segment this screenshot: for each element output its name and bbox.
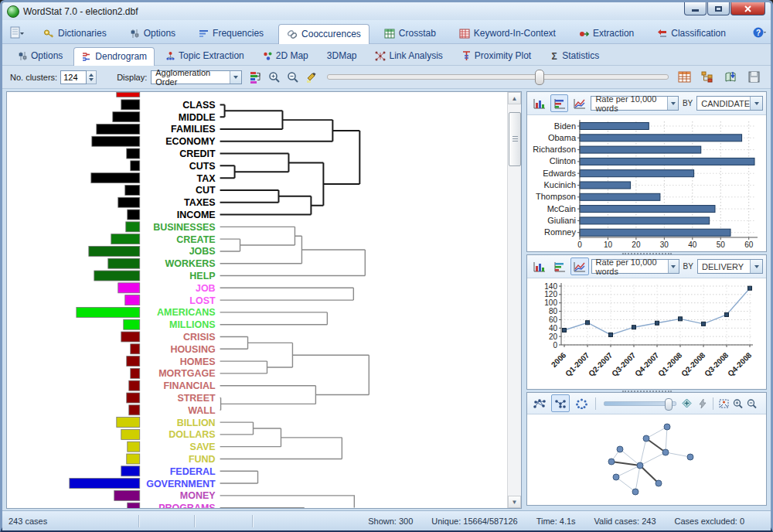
- subtab-options[interactable]: Options: [10, 46, 70, 65]
- vertical-scrollbar[interactable]: ▲ ▼: [507, 92, 521, 508]
- scroll-thumb[interactable]: [509, 112, 521, 166]
- data-point[interactable]: [656, 321, 659, 325]
- bar[interactable]: [580, 193, 660, 200]
- data-point[interactable]: [609, 332, 613, 336]
- filter-lightning-icon[interactable]: [697, 398, 708, 409]
- network-node[interactable]: [637, 462, 643, 469]
- bar[interactable]: [580, 229, 730, 236]
- bar[interactable]: [580, 123, 649, 130]
- tab-cooccurences[interactable]: Cooccurences: [278, 24, 369, 44]
- highlight-tool-button[interactable]: [302, 68, 321, 86]
- line-chart-button[interactable]: [570, 94, 588, 112]
- slider-thumb[interactable]: [535, 70, 544, 85]
- zoom-out-button[interactable]: [284, 68, 302, 86]
- dendrogram-word[interactable]: JOB: [196, 283, 216, 294]
- dendrogram-word[interactable]: FEDERAL: [170, 466, 216, 477]
- dendrogram-word[interactable]: FAMILIES: [171, 124, 215, 135]
- hbar-chart-button[interactable]: [550, 257, 568, 275]
- maximize-button[interactable]: [707, 2, 730, 15]
- dendrogram-word[interactable]: MIDDLE: [179, 112, 216, 123]
- subtab-link-analysis[interactable]: Link Analysis: [367, 46, 450, 65]
- scroll-up-icon[interactable]: ▲: [508, 92, 521, 104]
- dendrogram-word[interactable]: CREDIT: [179, 148, 216, 159]
- dendrogram-word[interactable]: MONEY: [180, 490, 216, 501]
- dendrogram-word[interactable]: STREET: [177, 393, 216, 404]
- subtab-topic-extraction[interactable]: Topic Extraction: [158, 46, 252, 65]
- tab-classification[interactable]: Classification: [649, 23, 734, 43]
- data-point[interactable]: [679, 317, 683, 321]
- display-combobox[interactable]: Agglomeration Order: [151, 70, 242, 84]
- dendrogram-word[interactable]: FUND: [189, 454, 216, 465]
- zoom-in-button[interactable]: [265, 68, 284, 86]
- network-layout2-button[interactable]: [551, 394, 570, 412]
- network-node[interactable]: [617, 446, 623, 452]
- color-dendrogram-button[interactable]: [247, 68, 265, 86]
- network-layout1-button[interactable]: [530, 394, 549, 412]
- dendrogram-word[interactable]: INCOME: [177, 210, 216, 220]
- dendrogram-word[interactable]: HELP: [189, 271, 215, 281]
- bar[interactable]: [580, 217, 710, 224]
- column-chart-button[interactable]: [530, 94, 548, 112]
- network-node[interactable]: [662, 449, 669, 455]
- zoom-in-icon[interactable]: [732, 398, 744, 409]
- bar[interactable]: [580, 135, 742, 142]
- dendrogram-word[interactable]: BILLION: [177, 418, 216, 428]
- dendrogram-word[interactable]: HOMES: [180, 356, 216, 367]
- tab-crosstab[interactable]: Crosstab: [376, 23, 444, 43]
- candidate-group-combobox[interactable]: CANDIDATE: [696, 96, 763, 111]
- export-button[interactable]: [721, 68, 740, 86]
- dendrogram-word[interactable]: MORTGAGE: [158, 368, 215, 379]
- expand-plus-icon[interactable]: [682, 398, 692, 408]
- dendrogram-word[interactable]: TAX: [197, 173, 216, 184]
- dendrogram-word[interactable]: TAXES: [184, 197, 216, 208]
- slider-thumb[interactable]: [665, 398, 673, 411]
- network-node[interactable]: [632, 489, 638, 495]
- dendrogram-word[interactable]: SAVE: [190, 442, 216, 452]
- data-point[interactable]: [702, 322, 706, 326]
- subtab-proximity-plot[interactable]: Proximity Plot: [454, 46, 539, 65]
- dendrogram-word[interactable]: DOLLARS: [169, 429, 215, 440]
- bar[interactable]: [580, 182, 631, 189]
- dendrogram-word[interactable]: WORKERS: [165, 258, 215, 269]
- network-node[interactable]: [608, 459, 615, 465]
- table-view-button[interactable]: [675, 68, 693, 86]
- data-point[interactable]: [586, 321, 590, 325]
- network-zoom-slider[interactable]: [604, 401, 676, 406]
- delivery-group-combobox[interactable]: DELIVERY: [697, 259, 763, 274]
- dendrogram-word[interactable]: GOVERNMENT: [146, 479, 216, 489]
- network-graph[interactable]: [527, 414, 766, 505]
- hierarchy-button[interactable]: [698, 68, 717, 86]
- column-chart-button[interactable]: [530, 257, 548, 275]
- subtab-3dmap[interactable]: 3DMap: [319, 46, 365, 65]
- dendrogram-word[interactable]: ECONOMY: [165, 136, 216, 147]
- subtab-2d-map[interactable]: 2D Map: [255, 46, 316, 65]
- delivery-measure-combobox[interactable]: Rate per 10,000 words: [591, 259, 679, 274]
- minimize-button[interactable]: [684, 2, 707, 15]
- file-menu-button[interactable]: [10, 26, 24, 40]
- help-icon[interactable]: ?: [753, 27, 766, 39]
- tab-options[interactable]: Options: [121, 23, 184, 43]
- dendrogram-word[interactable]: HOUSING: [170, 344, 215, 355]
- fit-view-icon[interactable]: [718, 398, 730, 409]
- network-node[interactable]: [687, 454, 693, 460]
- network-circle-layout-button[interactable]: [572, 394, 591, 412]
- candidate-measure-combobox[interactable]: Rate per 10,000 words: [591, 96, 679, 111]
- close-button[interactable]: [730, 2, 765, 15]
- dendrogram-word[interactable]: LOST: [189, 295, 216, 306]
- save-button[interactable]: [744, 68, 763, 86]
- dendrogram-word[interactable]: CLASS: [182, 100, 215, 111]
- network-node[interactable]: [656, 480, 662, 486]
- network-node[interactable]: [643, 435, 649, 442]
- tab-extraction[interactable]: Extraction: [570, 23, 642, 43]
- data-point[interactable]: [725, 312, 729, 316]
- clusters-stepper[interactable]: [87, 70, 97, 84]
- dendrogram-word[interactable]: MILLIONS: [169, 319, 216, 330]
- network-node[interactable]: [664, 424, 670, 430]
- subtab-statistics[interactable]: ΣStatistics: [542, 46, 607, 65]
- zoom-out-icon[interactable]: [746, 398, 758, 409]
- dendrogram-word[interactable]: CUT: [196, 185, 216, 196]
- dendrogram-word[interactable]: FINANCIAL: [163, 380, 216, 391]
- dendrogram-word[interactable]: PROGRAMS: [158, 503, 215, 508]
- dendrogram-word[interactable]: CRISIS: [183, 332, 216, 343]
- network-node[interactable]: [613, 474, 619, 480]
